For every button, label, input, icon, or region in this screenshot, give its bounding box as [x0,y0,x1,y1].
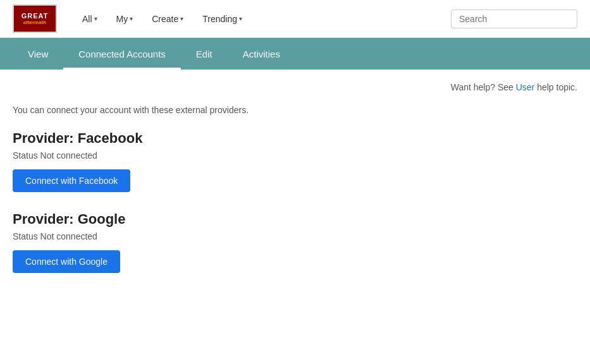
facebook-provider-title: Provider: Facebook [13,130,577,147]
facebook-status-label: Status [13,150,38,161]
logo-text-great: GREAT [22,13,49,20]
google-status-label: Status [13,231,38,241]
facebook-status-value: Not connected [40,150,97,161]
tab-bar: View Connected Accounts Edit Activities [0,38,590,70]
chevron-down-icon: ▾ [130,15,133,22]
help-text-before: Want help? See [451,82,516,92]
help-text-area: Want help? See User help topic. [13,82,577,92]
tab-activities[interactable]: Activities [228,38,295,70]
chevron-down-icon: ▾ [180,15,183,22]
provider-google: Provider: Google Status Not connected Co… [13,211,577,273]
provider-facebook: Provider: Facebook Status Not connected … [13,130,577,192]
tab-edit[interactable]: Edit [181,38,228,70]
google-provider-title: Provider: Google [13,211,577,228]
tab-view[interactable]: View [13,38,63,70]
connect-facebook-button[interactable]: Connect with Facebook [13,169,130,192]
search-input[interactable] [451,9,577,28]
tab-edit-label: Edit [196,49,212,59]
tab-connected-accounts[interactable]: Connected Accounts [63,38,181,70]
nav-item-all[interactable]: All ▾ [76,10,104,28]
nav-item-create[interactable]: Create ▾ [145,10,190,28]
tab-view-label: View [28,49,48,59]
search-area [451,9,577,28]
google-status: Status Not connected [13,231,577,241]
help-link[interactable]: User [516,82,535,92]
facebook-status: Status Not connected [13,150,577,161]
intro-text: You can connect your account with these … [13,105,577,115]
header: GREAT aftermath All ▾ My ▾ Create ▾ Tren… [0,0,590,38]
logo[interactable]: GREAT aftermath [13,4,57,33]
chevron-down-icon: ▾ [239,15,242,22]
tab-connected-accounts-label: Connected Accounts [78,49,166,59]
connect-google-button[interactable]: Connect with Google [13,250,120,273]
nav-item-trending[interactable]: Trending ▾ [196,10,249,28]
nav-label-my: My [116,14,128,24]
main-content: Want help? See User help topic. You can … [0,70,590,305]
logo-box: GREAT aftermath [13,4,57,33]
nav-label-trending: Trending [202,14,237,24]
logo-text-alt: aftermath [22,20,49,25]
tab-activities-label: Activities [243,49,280,59]
nav-label-all: All [82,14,92,24]
help-text-after: help topic. [534,82,577,92]
google-status-value: Not connected [40,231,97,241]
nav-label-create: Create [152,14,178,24]
chevron-down-icon: ▾ [94,15,97,22]
main-nav: All ▾ My ▾ Create ▾ Trending ▾ [76,10,451,28]
nav-item-my[interactable]: My ▾ [110,10,140,28]
